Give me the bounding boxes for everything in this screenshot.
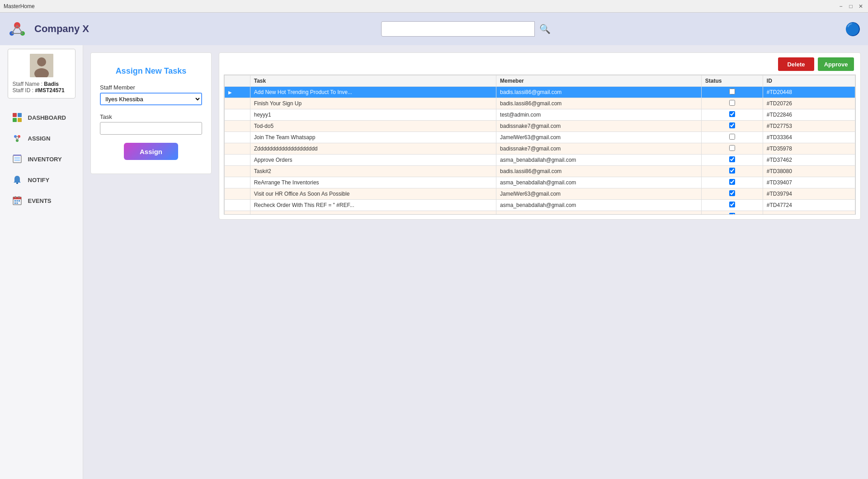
svg-rect-22 bbox=[13, 155, 21, 156]
staff-member-select[interactable]: Ilyes KhessibaBadisJamelWer63asma_benabd… bbox=[100, 93, 202, 105]
sidebar-item-events[interactable]: EVENTS bbox=[5, 191, 78, 211]
row-status-cell[interactable] bbox=[701, 87, 763, 98]
staff-name-value: Badis bbox=[44, 81, 59, 87]
row-status-checkbox[interactable] bbox=[729, 100, 735, 106]
row-member-cell: badis.lassi86@gmail.com bbox=[496, 87, 702, 98]
row-task-cell: Tod-do5 bbox=[250, 121, 496, 132]
sidebar: Staff Name : Badis Staff ID : #MST24571 bbox=[0, 45, 83, 479]
staff-member-group: Staff Member Ilyes KhessibaBadisJamelWer… bbox=[100, 84, 202, 105]
row-status-cell[interactable] bbox=[701, 121, 763, 132]
table-row[interactable]: heyyy1test@admin.com#TD22846 bbox=[225, 109, 855, 121]
close-button[interactable]: ✕ bbox=[857, 3, 864, 10]
row-task-cell: Recheck Order With This REF = " #REF... bbox=[250, 200, 496, 211]
row-id-cell: #TD39407 bbox=[763, 177, 855, 188]
sidebar-item-events-label: EVENTS bbox=[28, 197, 52, 204]
search-bar-container: 🔍 bbox=[381, 21, 553, 37]
row-status-cell[interactable] bbox=[701, 143, 763, 155]
table-row[interactable]: ReArrange The Inventoriesasma_benabdalla… bbox=[225, 177, 855, 188]
restore-button[interactable]: □ bbox=[847, 3, 854, 10]
sidebar-item-dashboard-label: DASHBOARD bbox=[28, 114, 66, 121]
row-status-checkbox[interactable] bbox=[729, 156, 735, 162]
row-id-cell: #TD39794 bbox=[763, 188, 855, 200]
tasks-table-wrapper[interactable]: Task Memeber Status ID ▶Add New Hot Tren… bbox=[224, 75, 856, 215]
sidebar-item-inventory[interactable]: INVENTORY bbox=[5, 149, 78, 169]
row-expand-cell bbox=[225, 98, 250, 109]
row-member-cell: badissnake7@gmail.com bbox=[496, 121, 702, 132]
row-member-cell: asma_benabdallah@gmail.com bbox=[496, 177, 702, 188]
sidebar-item-assign[interactable]: ASSIGN bbox=[5, 128, 78, 148]
sidebar-item-dashboard[interactable]: DASHBOARD bbox=[5, 108, 78, 127]
staff-id-label: Staff ID : bbox=[13, 87, 33, 94]
row-member-cell: badis.lassi86@gmail.com bbox=[496, 98, 702, 109]
minimize-button[interactable]: − bbox=[837, 3, 844, 10]
row-status-cell[interactable] bbox=[701, 98, 763, 109]
row-status-checkbox[interactable] bbox=[729, 202, 735, 207]
search-button[interactable]: 🔍 bbox=[537, 21, 553, 37]
row-expand-cell bbox=[225, 155, 250, 166]
row-status-checkbox[interactable] bbox=[729, 213, 735, 215]
row-expand-cell bbox=[225, 109, 250, 121]
window-title: MasterHome bbox=[4, 3, 35, 9]
row-status-checkbox[interactable] bbox=[729, 179, 735, 185]
row-status-checkbox[interactable] bbox=[729, 168, 735, 174]
table-row[interactable]: Finish Your Sign Upbadis.lassi86@gmail.c… bbox=[225, 98, 855, 109]
row-status-checkbox[interactable] bbox=[729, 134, 735, 140]
main-content-row: Assign New Tasks Staff Member Ilyes Khes… bbox=[90, 52, 861, 220]
svg-rect-12 bbox=[18, 118, 22, 122]
assign-panel-title: Assign New Tasks bbox=[116, 66, 187, 76]
row-status-cell[interactable] bbox=[701, 109, 763, 121]
table-row[interactable]: Zddddddddddddddddddddbadissnake7@gmail.c… bbox=[225, 143, 855, 155]
row-id-cell: #TD22846 bbox=[763, 109, 855, 121]
row-status-checkbox[interactable] bbox=[729, 145, 735, 151]
inventory-icon bbox=[11, 153, 24, 165]
row-member-cell: JamelWer63@gmail.com bbox=[496, 132, 702, 143]
expand-arrow-icon: ▶ bbox=[228, 90, 232, 95]
sidebar-item-inventory-label: INVENTORY bbox=[28, 156, 62, 163]
row-status-cell[interactable] bbox=[701, 166, 763, 177]
row-member-cell: badis.lassi86@gmail.com bbox=[496, 166, 702, 177]
row-status-cell[interactable] bbox=[701, 132, 763, 143]
row-status-cell[interactable] bbox=[701, 177, 763, 188]
sidebar-item-notify[interactable]: NOTIFY bbox=[5, 170, 78, 190]
row-task-cell: Add New Hot Trending Product To Inve... bbox=[250, 87, 496, 98]
approve-button[interactable]: Approve bbox=[818, 57, 854, 71]
row-member-cell: badissnake7@gmail.com bbox=[496, 143, 702, 155]
row-status-checkbox[interactable] bbox=[729, 190, 735, 196]
row-task-cell: Zdddddddddddddddddddd bbox=[250, 143, 496, 155]
row-member-cell: asma_benabdallah@gmail.com bbox=[496, 200, 702, 211]
table-row[interactable]: Recheck Order With This REF = " #REF...a… bbox=[225, 200, 855, 211]
user-icon[interactable]: 🔵 bbox=[845, 22, 861, 37]
row-status-checkbox[interactable] bbox=[729, 111, 735, 117]
svg-rect-9 bbox=[13, 113, 17, 117]
col-member-header: Memeber bbox=[496, 75, 702, 87]
delete-button[interactable]: Delete bbox=[778, 57, 814, 71]
table-row[interactable]: Join The Team WhatsappJamelWer63@gmail.c… bbox=[225, 132, 855, 143]
row-status-cell[interactable] bbox=[701, 200, 763, 211]
table-row[interactable]: Iteri TawkaaaaaEya.jemai@yahoo.com#TD491… bbox=[225, 211, 855, 215]
row-status-cell[interactable] bbox=[701, 155, 763, 166]
table-row[interactable]: Visit our HR Office As Soon As PossibleJ… bbox=[225, 188, 855, 200]
col-task-header: Task bbox=[250, 75, 496, 87]
row-status-cell[interactable] bbox=[701, 188, 763, 200]
assign-button[interactable]: Assign bbox=[124, 143, 178, 160]
row-id-cell: #TD37462 bbox=[763, 155, 855, 166]
row-task-cell: Visit our HR Office As Soon As Possible bbox=[250, 188, 496, 200]
table-row[interactable]: Approve Ordersasma_benabdallah@gmail.com… bbox=[225, 155, 855, 166]
row-status-checkbox[interactable] bbox=[729, 89, 735, 94]
staff-name-label: Staff Name : bbox=[13, 81, 42, 87]
row-task-cell: Approve Orders bbox=[250, 155, 496, 166]
app-title: Company X bbox=[34, 23, 89, 35]
header: Company X 🔍 🔵 bbox=[0, 13, 868, 45]
task-label: Task bbox=[100, 113, 202, 120]
task-input[interactable] bbox=[100, 122, 202, 135]
search-input[interactable] bbox=[381, 21, 535, 37]
row-expand-cell bbox=[225, 121, 250, 132]
staff-id-value: #MST24571 bbox=[35, 87, 64, 94]
svg-rect-31 bbox=[14, 202, 16, 204]
table-row[interactable]: Tod-do5badissnake7@gmail.com#TD27753 bbox=[225, 121, 855, 132]
row-status-checkbox[interactable] bbox=[729, 122, 735, 128]
table-row[interactable]: Task#2badis.lassi86@gmail.com#TD38080 bbox=[225, 166, 855, 177]
table-row[interactable]: ▶Add New Hot Trending Product To Inve...… bbox=[225, 87, 855, 98]
window-controls: − □ ✕ bbox=[837, 3, 864, 10]
row-status-cell[interactable] bbox=[701, 211, 763, 215]
